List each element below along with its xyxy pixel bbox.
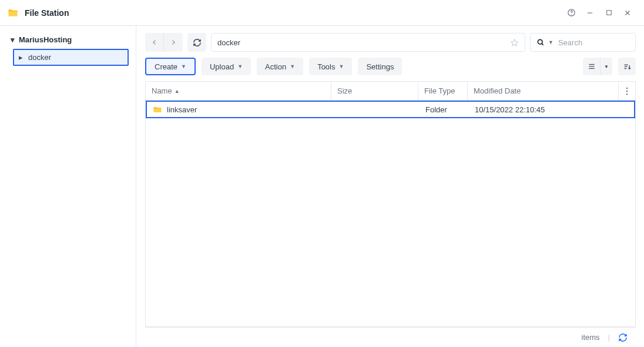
- table-header: Name ▲ Size File Type Modified Date: [146, 82, 635, 101]
- favorite-star-icon[interactable]: [510, 38, 519, 47]
- sidebar: ▾ MariusHosting ▸ docker: [0, 26, 136, 347]
- tools-label: Tools: [317, 62, 335, 71]
- statusbar-reload-button[interactable]: [618, 333, 628, 342]
- search-box[interactable]: ▼: [530, 33, 636, 52]
- svg-point-17: [626, 93, 628, 95]
- svg-line-8: [542, 44, 544, 45]
- help-icon[interactable]: [562, 4, 581, 22]
- tools-button[interactable]: Tools ▼: [309, 58, 352, 75]
- close-icon[interactable]: [618, 4, 637, 22]
- main-panel: docker ▼ Create ▼ U: [136, 26, 644, 347]
- chevron-down-icon: ▼: [339, 64, 344, 69]
- path-text: docker: [217, 38, 240, 47]
- titlebar: File Station: [0, 0, 644, 26]
- svg-point-7: [538, 39, 542, 44]
- sort-asc-icon: ▲: [175, 88, 180, 94]
- search-input[interactable]: [557, 38, 629, 48]
- sidebar-item-docker[interactable]: ▸ docker: [13, 49, 129, 66]
- cell-date: 10/15/2022 22:10:45: [475, 105, 545, 114]
- folder-icon: [153, 106, 162, 114]
- action-button[interactable]: Action ▼: [257, 58, 303, 75]
- create-label: Create: [155, 62, 177, 71]
- action-label: Action: [265, 62, 286, 71]
- chevron-down-icon: ▼: [290, 64, 295, 69]
- sort-button[interactable]: [618, 58, 636, 75]
- app-folder-icon: [7, 7, 19, 19]
- settings-button[interactable]: Settings: [358, 58, 402, 75]
- cell-name: linksaver: [167, 105, 197, 114]
- reload-button[interactable]: [187, 33, 206, 52]
- svg-point-1: [571, 14, 572, 15]
- view-mode-dropdown[interactable]: ▼: [601, 58, 612, 75]
- chevron-down-icon[interactable]: ▼: [548, 39, 554, 45]
- caret-down-icon: ▾: [8, 35, 16, 44]
- toolbar: Create ▼ Upload ▼ Action ▼ Tools ▼ Setti…: [145, 58, 636, 75]
- svg-point-15: [626, 87, 628, 89]
- minimize-icon[interactable]: [581, 4, 599, 22]
- settings-label: Settings: [366, 62, 394, 71]
- svg-point-16: [626, 90, 628, 92]
- column-header-size[interactable]: Size: [331, 82, 418, 100]
- nav-back-button[interactable]: [145, 33, 164, 52]
- list-view-button[interactable]: [583, 58, 601, 75]
- table-body: linksaver Folder 10/15/2022 22:10:45: [146, 101, 635, 326]
- upload-button[interactable]: Upload ▼: [202, 58, 251, 75]
- column-header-type[interactable]: File Type: [418, 82, 468, 100]
- table-row[interactable]: linksaver Folder 10/15/2022 22:10:45: [146, 101, 635, 118]
- column-menu-button[interactable]: [619, 82, 635, 100]
- nav-forward-button[interactable]: [164, 33, 183, 52]
- sidebar-root[interactable]: ▾ MariusHosting: [5, 33, 131, 46]
- caret-right-icon: ▸: [19, 53, 26, 62]
- status-bar: items |: [145, 327, 636, 347]
- column-header-name[interactable]: Name ▲: [146, 82, 331, 100]
- column-header-date[interactable]: Modified Date: [468, 82, 619, 100]
- path-input[interactable]: docker: [211, 33, 525, 52]
- search-icon: [536, 38, 545, 46]
- cell-type: Folder: [425, 105, 447, 114]
- chevron-down-icon: ▼: [237, 64, 243, 69]
- view-mode-group: ▼: [583, 58, 612, 75]
- upload-label: Upload: [210, 62, 234, 71]
- maximize-icon[interactable]: [599, 4, 618, 22]
- chevron-down-icon: ▼: [181, 64, 186, 69]
- nav-row: docker ▼: [145, 33, 636, 52]
- sidebar-root-label: MariusHosting: [19, 35, 72, 44]
- create-button[interactable]: Create ▼: [145, 58, 196, 75]
- file-table: Name ▲ Size File Type Modified Date: [145, 81, 636, 327]
- svg-marker-6: [511, 39, 518, 45]
- app-title: File Station: [25, 8, 562, 18]
- history-nav-group: [145, 33, 183, 52]
- items-label: items: [582, 333, 600, 342]
- sidebar-item-label: docker: [28, 53, 51, 62]
- chevron-down-icon: ▼: [604, 64, 609, 69]
- svg-rect-3: [606, 11, 611, 15]
